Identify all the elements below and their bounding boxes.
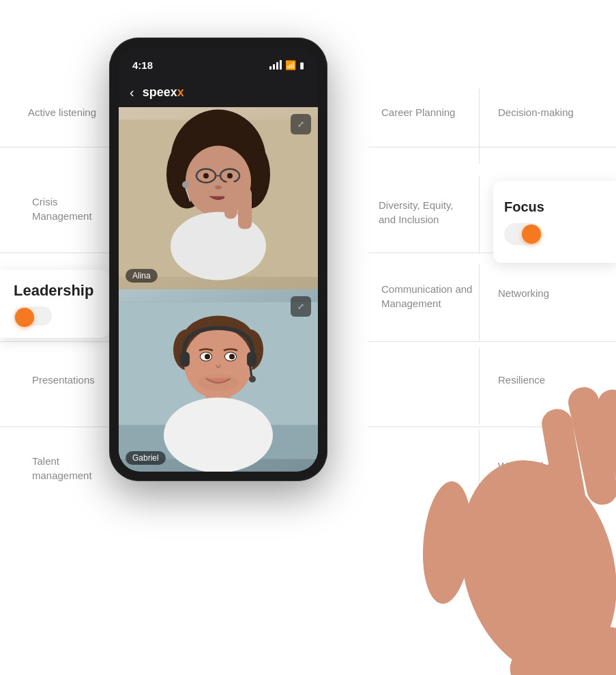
wifi-icon: 📶 [285,60,296,70]
back-button[interactable]: ‹ [130,85,134,100]
svg-rect-40 [566,384,616,508]
focus-card-title: Focus [504,199,605,215]
svg-point-30 [198,375,239,391]
svg-rect-41 [595,386,616,503]
hand-svg [323,286,616,675]
leadership-card-title: Leadership [14,282,98,300]
svg-point-29 [229,354,235,360]
person-bottom-background [119,289,318,472]
phone-frame: 4:18 📶 ▮ ‹ speexx [109,38,327,481]
svg-point-9 [203,173,209,179]
expand-icon-bottom: ⤢ [297,302,304,311]
skill-work-life-balance: Work-life balance [498,460,577,472]
skill-decision-making: Decision-making [498,106,574,118]
focus-toggle[interactable] [504,223,542,245]
divider-v-1 [479,89,480,164]
svg-point-10 [227,173,233,179]
svg-point-16 [182,182,189,188]
app-title: speexx [143,85,184,100]
leadership-toggle-knob [15,308,34,327]
divider-h-2 [368,147,616,147]
status-bar: 4:18 📶 ▮ [119,47,318,77]
divider-h-7 [0,427,126,427]
divider-v-3 [479,264,480,341]
phone-wrapper: 4:18 📶 ▮ ‹ speexx [109,38,327,481]
svg-point-38 [418,479,476,605]
divider-h-1 [0,147,126,147]
divider-h-8 [368,427,616,427]
skill-talent-management: Talentmanagement [32,454,92,483]
svg-rect-34 [247,352,256,367]
svg-point-36 [249,376,256,383]
person-bottom-label: Gabriel [126,451,166,465]
divider-v-5 [479,430,480,498]
person-top-background [119,107,318,289]
svg-rect-43 [505,622,616,675]
phone-screen: 4:18 📶 ▮ ‹ speexx [119,47,318,472]
signal-icon [269,60,282,70]
svg-point-11 [215,186,222,190]
skill-communication: Communication andManagement [381,282,472,311]
video-bottom-expand[interactable]: ⤢ [291,296,311,317]
status-time: 4:18 [132,59,153,71]
skill-diversity-equity: Diversity, Equity,and Inclusion [379,198,453,227]
skill-networking: Networking [498,287,549,299]
app-name-x: x [177,85,184,100]
skill-presentations: Presentations [32,374,95,386]
svg-point-37 [438,442,616,675]
divider-h-3 [0,253,126,253]
svg-point-32 [164,398,273,472]
skill-career-planning: Career Planning [381,106,455,118]
nav-bar: ‹ speexx [119,77,318,107]
divider-v-4 [479,348,480,425]
focus-toggle-knob [522,225,541,244]
video-top: ⤢ Alina [119,107,318,289]
divider-v-2 [479,176,480,253]
svg-rect-15 [224,182,237,219]
expand-icon-top: ⤢ [297,119,304,129]
leadership-toggle[interactable] [14,306,52,326]
skill-resilience: Resilience [498,374,545,386]
leadership-card: Leadership [0,270,109,338]
focus-card: Focus [493,181,616,263]
person-top-label: Alina [126,269,158,283]
app-name-speexx: speex [143,85,177,100]
skill-active-listening: Active listening [28,106,96,118]
svg-rect-33 [180,352,190,367]
hand-illustration [323,286,616,675]
svg-point-28 [205,354,210,360]
video-top-expand[interactable]: ⤢ [291,114,311,134]
divider-h-5 [0,341,126,342]
divider-h-6 [368,341,616,342]
skill-crisis-management: CrisisManagement [32,195,92,223]
status-icons: 📶 ▮ [269,60,304,70]
battery-icon: ▮ [299,60,304,70]
svg-rect-14 [238,188,252,229]
video-bottom: ⤢ Gabriel [119,289,318,472]
